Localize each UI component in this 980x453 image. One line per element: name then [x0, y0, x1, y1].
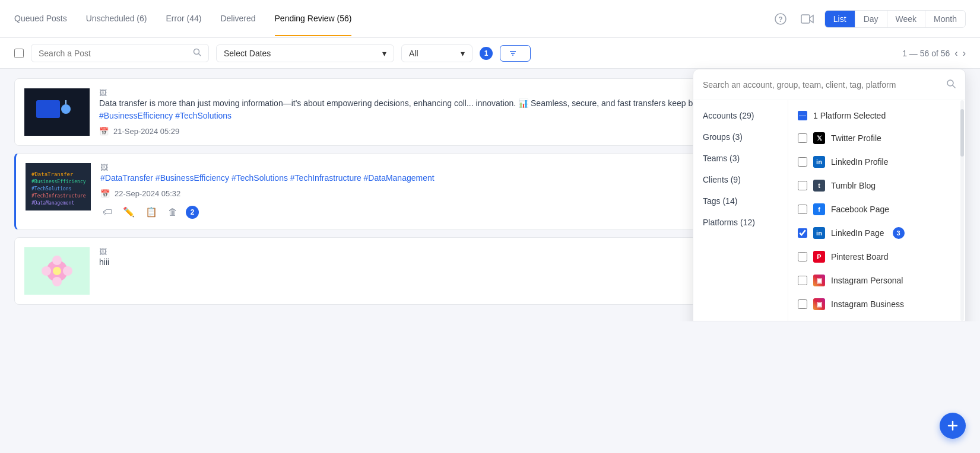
filter-panel: Accounts (29) Groups (3) Teams (3) Clien… — [693, 69, 966, 321]
instagram-personal-icon: ▣ — [813, 275, 825, 286]
nav-tab-unscheduled[interactable]: Unscheduled (6) — [86, 2, 147, 36]
svg-text:?: ? — [778, 15, 782, 24]
help-button[interactable]: ? — [771, 9, 790, 28]
nav-tab-pending-review[interactable]: Pending Review (56) — [275, 2, 352, 36]
search-box — [31, 44, 209, 62]
next-page-button[interactable]: › — [963, 48, 966, 59]
calendar-icon-1: 📅 — [99, 127, 109, 136]
scrollbar-thumb[interactable] — [960, 109, 964, 157]
filter-option-pinterest[interactable]: P Pinterest Board — [788, 245, 965, 269]
main-content: 🖼 Data transfer is more than just moving… — [0, 69, 980, 321]
filter-cat-accounts[interactable]: Accounts (29) — [693, 105, 788, 126]
checkbox-facebook[interactable] — [798, 205, 807, 214]
checkbox-instagram-business[interactable] — [798, 299, 807, 309]
svg-point-23 — [63, 266, 72, 276]
svg-point-24 — [53, 267, 61, 275]
svg-rect-9 — [36, 100, 60, 118]
filter-option-label-instagram-personal: Instagram Personal — [831, 276, 903, 285]
view-day-button[interactable]: Day — [855, 11, 887, 27]
filter-option-label-linkedin-profile: LinkedIn Profile — [831, 157, 889, 167]
filter-option-1platform[interactable]: — 1 Platform Selected — [788, 105, 965, 126]
checkbox-tumblr[interactable] — [798, 181, 807, 190]
svg-text:#DataManagement: #DataManagement — [31, 200, 74, 206]
filter-option-label-tumblr: Tumblr Blog — [831, 181, 876, 190]
filter-right: — 1 Platform Selected 𝕏 Twitter Profile … — [788, 100, 965, 321]
filter-cat-groups[interactable]: Groups (3) — [693, 126, 788, 148]
filter-option-linkedin-page[interactable]: in LinkedIn Page 3 — [788, 221, 965, 245]
checkbox-linkedin-profile[interactable] — [798, 157, 807, 167]
checkbox-twitter[interactable] — [798, 133, 807, 143]
all-select[interactable]: All ▾ — [401, 44, 472, 62]
delete-icon[interactable]: 🗑 — [166, 205, 180, 220]
filter-option-label-1platform: 1 Platform Selected — [813, 111, 886, 120]
checkbox-linkedin-page[interactable] — [798, 228, 807, 238]
filter-option-twitter[interactable]: 𝕏 Twitter Profile — [788, 126, 965, 150]
svg-line-4 — [199, 54, 201, 56]
minus-checkbox: — — [798, 111, 807, 120]
filter-cat-platforms[interactable]: Platforms (12) — [693, 212, 788, 233]
search-input[interactable] — [39, 49, 188, 58]
tumblr-icon: t — [813, 180, 825, 192]
svg-rect-2 — [801, 15, 810, 23]
filter-option-label-linkedin-page: LinkedIn Page — [831, 228, 884, 238]
svg-point-21 — [52, 277, 62, 286]
hashtag-2: #DataTransfer #BusinessEfficiency #TechS… — [100, 173, 435, 183]
filter-option-linkedin-profile[interactable]: in LinkedIn Profile — [788, 150, 965, 174]
filter-posts-button[interactable] — [500, 45, 531, 62]
nav-right: ? List Day Week Month — [771, 9, 966, 28]
filter-option-facebook[interactable]: f Facebook Page — [788, 197, 965, 221]
filter-option-instagram-personal[interactable]: ▣ Instagram Personal — [788, 269, 965, 292]
view-group: List Day Week Month — [824, 10, 966, 28]
instagram-business-icon: ▣ — [813, 298, 825, 310]
select-all-checkbox[interactable] — [14, 49, 24, 58]
badge-3: 3 — [893, 227, 905, 239]
chevron-down-icon-2: ▾ — [461, 49, 465, 58]
scrollbar-track — [960, 100, 964, 321]
filter-search-row — [693, 69, 965, 100]
filter-option-label-facebook: Facebook Page — [831, 205, 889, 214]
view-list-button[interactable]: List — [825, 11, 855, 27]
video-button[interactable] — [797, 11, 817, 27]
svg-point-10 — [61, 104, 71, 114]
linkedin-icon: in — [813, 156, 825, 168]
chevron-down-icon: ▾ — [382, 49, 386, 58]
checkbox-pinterest[interactable] — [798, 252, 807, 261]
nav-tab-error[interactable]: Error (44) — [166, 2, 201, 36]
view-month-button[interactable]: Month — [925, 11, 965, 27]
tag-icon[interactable]: 🏷 — [100, 205, 115, 220]
pagination: 1 — 56 of 56 ‹ › — [902, 48, 966, 59]
search-icon — [193, 48, 201, 58]
badge-1: 1 — [480, 47, 493, 60]
nav-tab-queued[interactable]: Queued Posts — [14, 2, 67, 36]
linkedin-page-icon: in — [813, 227, 825, 239]
top-nav: Queued Posts Unscheduled (6) Error (44) … — [0, 0, 980, 38]
prev-page-button[interactable]: ‹ — [954, 48, 957, 59]
post-date-2: 22-Sep-2024 05:32 — [115, 189, 180, 198]
filter-cat-tags[interactable]: Tags (14) — [693, 190, 788, 212]
select-all-checkbox-wrap[interactable] — [14, 49, 24, 58]
all-select-label: All — [409, 49, 418, 58]
post-thumbnail-3 — [24, 247, 90, 295]
edit-icon[interactable]: ✏️ — [120, 204, 137, 220]
filter-option-instagram-business[interactable]: ▣ Instagram Business — [788, 292, 965, 316]
checkbox-instagram-personal[interactable] — [798, 276, 807, 285]
calendar-icon-2: 📅 — [100, 189, 110, 198]
filter-cat-teams[interactable]: Teams (3) — [693, 148, 788, 169]
post-thumbnail-1 — [24, 88, 90, 136]
pagination-label: 1 — 56 of 56 — [902, 49, 950, 58]
filter-cat-clients[interactable]: Clients (9) — [693, 169, 788, 190]
nav-tab-delivered[interactable]: Delivered — [220, 2, 255, 36]
filter-option-label-twitter: Twitter Profile — [831, 133, 881, 143]
filter-option-label-pinterest: Pinterest Board — [831, 252, 889, 261]
filter-option-tumblr[interactable]: t Tumblr Blog — [788, 174, 965, 197]
svg-text:#TechSolutions: #TechSolutions — [31, 186, 72, 192]
filter-search-input[interactable] — [703, 80, 941, 90]
view-week-button[interactable]: Week — [887, 11, 926, 27]
date-select[interactable]: Select Dates ▾ — [216, 44, 394, 62]
pinterest-icon: P — [813, 251, 825, 263]
post-thumbnail-2: #DataTransfer#BusinessEfficiency#TechSol… — [26, 163, 91, 210]
copy-icon[interactable]: 📋 — [143, 204, 160, 220]
filter-option-label-instagram-business: Instagram Business — [831, 299, 904, 309]
svg-point-20 — [52, 256, 62, 265]
filter-body: Accounts (29) Groups (3) Teams (3) Clien… — [693, 100, 965, 321]
